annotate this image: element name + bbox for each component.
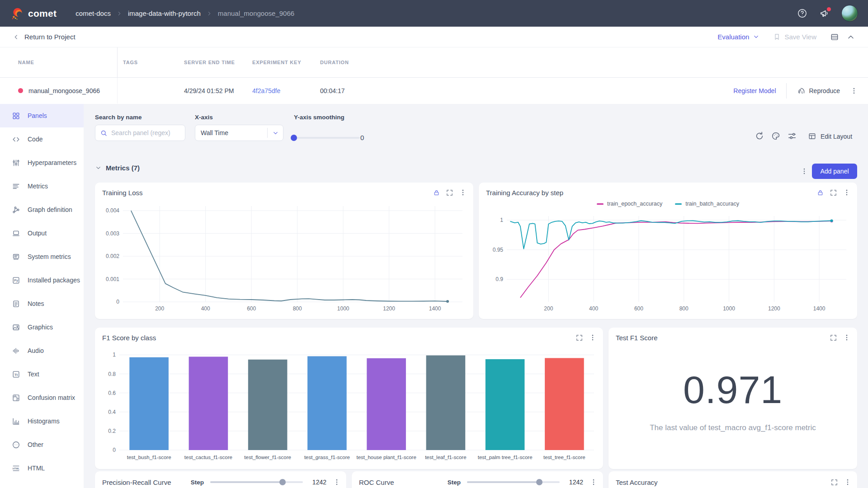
divider <box>786 83 787 99</box>
expand-icon[interactable] <box>830 479 838 486</box>
sidebar-item-graph-definition[interactable]: Graph definition <box>0 198 84 221</box>
pr-step-slider-handle[interactable] <box>279 479 286 485</box>
sidebar-item-system-metrics[interactable]: System metrics <box>0 245 84 268</box>
add-panel-button[interactable]: Add panel <box>812 164 857 179</box>
sidebar-item-partial[interactable] <box>0 480 84 488</box>
register-model-button[interactable]: Register Model <box>733 87 776 94</box>
user-avatar[interactable] <box>841 5 858 22</box>
column-header-tags[interactable]: TAGS <box>118 60 184 65</box>
expand-icon[interactable] <box>830 334 837 342</box>
sidebar-item-code[interactable]: Code <box>0 127 84 151</box>
return-to-project-link[interactable]: Return to Project <box>13 33 75 41</box>
sidebar-item-text[interactable]: TtText <box>0 362 84 386</box>
metrics-section-kebab-icon[interactable] <box>800 167 808 175</box>
panel-kebab-icon[interactable] <box>843 333 851 342</box>
sidebar-item-output[interactable]: Output <box>0 221 84 245</box>
sidebar-item-metrics[interactable]: Metrics <box>0 174 84 198</box>
search-input[interactable] <box>111 129 180 136</box>
reproduce-button[interactable]: Reproduce <box>797 86 840 95</box>
svg-text:1000: 1000 <box>337 305 349 312</box>
experiment-name[interactable]: manual_mongoose_9066 <box>28 87 100 94</box>
column-header-duration[interactable]: DURATION <box>320 60 868 65</box>
comet-logo[interactable]: comet <box>10 7 57 20</box>
sidebar-item-html[interactable]: HTMLHTML <box>0 456 84 480</box>
experiment-key-link[interactable]: 4f2a75dfe <box>252 87 280 94</box>
panel-kebab-icon[interactable] <box>844 478 852 486</box>
breadcrumb-item-1[interactable]: image-data-with-pytorch <box>128 9 201 17</box>
expand-icon[interactable] <box>446 189 453 197</box>
save-view-button[interactable]: Save View <box>773 33 816 41</box>
legend-swatch <box>675 203 682 205</box>
roc-step-slider-handle[interactable] <box>536 479 542 485</box>
sidebar-item-confusion-matrix[interactable]: Confusion matrix <box>0 386 84 409</box>
test-f1-value: 0.971 <box>609 367 857 412</box>
svg-text:0: 0 <box>116 299 119 305</box>
column-header-name[interactable]: NAME <box>0 47 118 77</box>
legend-item[interactable]: train_epoch_accuracy <box>597 201 662 207</box>
lock-icon[interactable] <box>816 189 824 197</box>
sidebar-item-other[interactable]: Other <box>0 433 84 456</box>
bookmark-icon <box>773 33 781 41</box>
panel-kebab-icon[interactable] <box>590 478 598 486</box>
sidebar-item-installed-packages[interactable]: PyInstalled packages <box>0 268 84 292</box>
panel-kebab-icon[interactable] <box>333 478 341 486</box>
smoothing-slider[interactable] <box>294 137 360 139</box>
svg-text:test_grass_f1-score: test_grass_f1-score <box>304 455 350 460</box>
sidebar-item-audio[interactable]: Audio <box>0 339 84 362</box>
panel-test-f1-score: Test F1 Score 0.971 The last value of te… <box>609 328 857 469</box>
help-icon[interactable] <box>797 8 807 19</box>
expand-icon[interactable] <box>576 334 583 342</box>
sidebar-item-label: System metrics <box>28 253 71 260</box>
refresh-icon[interactable] <box>755 131 764 141</box>
sidebar-item-label: Code <box>28 136 42 143</box>
training-loss-chart[interactable]: 20040060080010001200140000.0010.0020.003… <box>100 202 469 314</box>
sidebar-item-panels[interactable]: Panels <box>0 104 84 127</box>
panel-test-accuracy: Test Accuracy <box>609 471 857 488</box>
lock-icon[interactable] <box>433 189 440 197</box>
sidebar-item-notes[interactable]: Notes <box>0 292 84 315</box>
expand-icon[interactable] <box>830 189 837 197</box>
panel-kebab-icon[interactable] <box>459 188 467 197</box>
code-icon <box>12 135 20 144</box>
collapse-header-icon[interactable] <box>846 33 855 42</box>
smoothing-slider-handle[interactable] <box>291 135 297 141</box>
edit-layout-button[interactable]: Edit Layout <box>808 132 852 141</box>
column-header-server-end-time[interactable]: SERVER END TIME <box>184 60 252 65</box>
panel-kebab-icon[interactable] <box>589 333 597 342</box>
other-icon <box>12 441 20 449</box>
column-header-experiment-key[interactable]: EXPERIMENT KEY <box>252 60 320 65</box>
table-layout-icon[interactable] <box>830 33 839 42</box>
pr-step-slider[interactable] <box>210 481 303 483</box>
legend-item[interactable]: train_batch_accuracy <box>675 201 739 207</box>
panel-search-field[interactable] <box>95 125 185 141</box>
row-menu-kebab-icon[interactable] <box>850 87 858 95</box>
svg-text:0.004: 0.004 <box>106 207 119 214</box>
experiment-row[interactable]: manual_mongoose_9066 4/29/24 01:52 PM 4f… <box>0 78 868 103</box>
sidebar-item-hyperparameters[interactable]: Hyperparameters <box>0 151 84 174</box>
svg-text:0: 0 <box>113 447 116 453</box>
svg-text:0.8: 0.8 <box>108 371 116 377</box>
filter-settings-icon[interactable] <box>787 131 797 141</box>
f1-score-bar-chart[interactable]: 00.20.40.60.81test_bush_f1-scoretest_cac… <box>100 346 599 465</box>
slider-fill <box>467 481 539 483</box>
metrics-section-toggle[interactable]: Metrics (7) <box>95 164 140 172</box>
sidebar-item-histograms[interactable]: Histograms <box>0 409 84 433</box>
breadcrumb-item-0[interactable]: comet-docs <box>75 9 111 17</box>
panel-kebab-icon[interactable] <box>843 188 851 197</box>
breadcrumb-item-2[interactable]: manual_mongoose_9066 <box>218 9 294 17</box>
sidebar-item-graphics[interactable]: Graphics <box>0 315 84 339</box>
palette-icon[interactable] <box>771 131 781 141</box>
svg-text:400: 400 <box>201 305 210 312</box>
roc-step-slider[interactable] <box>467 481 560 483</box>
system-metrics-icon <box>12 253 20 261</box>
svg-text:1200: 1200 <box>383 305 395 312</box>
xaxis-select[interactable]: Wall Time <box>195 125 283 141</box>
experiment-color-dot <box>18 88 23 93</box>
announcements-icon[interactable] <box>819 8 830 19</box>
installed-packages-icon: Py <box>12 276 20 285</box>
training-accuracy-chart[interactable]: 2004006008001000120014000.90.951 <box>484 212 853 314</box>
view-mode-dropdown[interactable]: Evaluation <box>717 33 760 41</box>
sidebar-item-label: Graphics <box>28 324 53 331</box>
chart-legend: train_epoch_accuracy train_batch_accurac… <box>479 201 857 207</box>
save-view-label: Save View <box>784 33 816 41</box>
